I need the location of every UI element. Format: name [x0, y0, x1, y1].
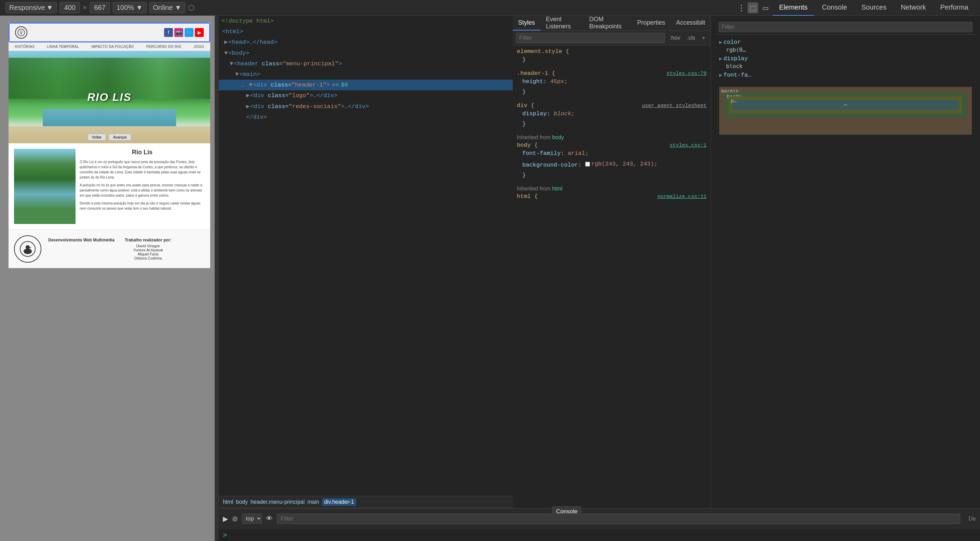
- console-prompt-bar: >: [219, 529, 980, 541]
- topbar-right: ⋮ ⬚ ▭ Elements Console Sources Network P…: [732, 0, 980, 16]
- hero-title: RIO LIS: [87, 91, 132, 104]
- preview-scrollbar[interactable]: [215, 16, 219, 541]
- style-rule-body: body { styles.css:1 font-family: arial; …: [517, 142, 706, 181]
- device-icon[interactable]: ▭: [760, 2, 771, 13]
- tree-main[interactable]: ▼<main>: [219, 69, 513, 80]
- responsive-select[interactable]: Responsive ▼: [5, 2, 57, 13]
- tree-body[interactable]: ▼<body>: [219, 48, 513, 59]
- height-input[interactable]: [89, 2, 110, 13]
- style-selector-body: body {: [517, 142, 538, 148]
- computed-display-val: block: [719, 63, 972, 71]
- tab-elements[interactable]: Elements: [773, 0, 813, 16]
- top-selector[interactable]: top: [242, 514, 262, 523]
- box-model-filter-input[interactable]: [719, 22, 972, 32]
- style-source-header1[interactable]: styles.css:79: [667, 71, 706, 77]
- more-options-icon[interactable]: ⋮: [737, 3, 746, 13]
- console-tooltip: Console: [552, 506, 581, 517]
- facebook-icon[interactable]: f: [164, 28, 173, 37]
- console-tooltip-label: Console: [556, 508, 578, 515]
- content-text: Rio Lis O Rio Lis é um rio português que…: [80, 149, 205, 224]
- style-source-div-ua: user agent stylesheet: [642, 103, 706, 109]
- bottom-filter-input[interactable]: [277, 514, 960, 524]
- tree-head[interactable]: ▶<head>…</head>: [219, 37, 513, 48]
- html-tree-area: <!doctype html> <html> ▶<head>…</head> ▼…: [219, 16, 513, 508]
- youtube-icon[interactable]: ▶: [195, 28, 204, 37]
- tree-div-redes[interactable]: ▶<div class="redes-sociais">…</div>: [219, 101, 513, 112]
- style-selector-div: div {: [517, 102, 534, 109]
- breadcrumb-html[interactable]: html: [223, 499, 233, 505]
- styles-tab-event-listeners[interactable]: Event Listeners: [541, 16, 584, 30]
- site-hero: RIO LIS Voltar Avançar: [8, 51, 210, 143]
- tree-header[interactable]: ▼<header class="menu-principal">: [219, 59, 513, 69]
- styles-hov-btn[interactable]: :hov: [668, 34, 682, 42]
- tree-closing-div[interactable]: </div>: [219, 112, 513, 123]
- tree-div-header1[interactable]: … ▼<div class="header-1">==$0: [219, 80, 513, 90]
- rotate-icon[interactable]: ⬡: [188, 3, 194, 12]
- play-icon[interactable]: ▶: [223, 515, 228, 523]
- styles-tab-properties[interactable]: Properties: [632, 16, 671, 30]
- breadcrumb-main[interactable]: main: [307, 499, 319, 505]
- breadcrumb-div-header1[interactable]: div.header-1: [322, 498, 356, 506]
- cursor-icon[interactable]: ⬚: [748, 2, 758, 13]
- styles-cls-btn[interactable]: .cls: [685, 34, 697, 42]
- nav-historias[interactable]: HISTÓRIAS: [15, 45, 35, 49]
- svg-point-6: [25, 245, 30, 249]
- devtools-panel: <!doctype html> <html> ▶<head>…</head> ▼…: [219, 16, 980, 541]
- bm-border-box: borde p… ─: [725, 93, 966, 118]
- styles-content: element.style { } .header-1 { styles.css…: [513, 45, 711, 508]
- styles-tab-accessibility[interactable]: Accessibilt: [671, 16, 711, 30]
- twitter-icon[interactable]: 🐦: [185, 28, 194, 37]
- inherited-body-link[interactable]: body: [552, 134, 564, 140]
- styles-add-btn[interactable]: +: [700, 34, 707, 42]
- zoom-select[interactable]: 100% ▼: [113, 2, 146, 13]
- tab-performance[interactable]: Performa: [934, 0, 975, 16]
- voltar-button[interactable]: Voltar: [88, 134, 106, 140]
- width-input[interactable]: [59, 2, 80, 13]
- tree-html[interactable]: <html>: [219, 26, 513, 37]
- online-select[interactable]: Online ▼: [150, 2, 185, 13]
- bm-content-box: ─: [732, 100, 959, 110]
- styles-tab-styles[interactable]: Styles: [513, 16, 541, 30]
- breadcrumb-header[interactable]: header.menu-principal: [251, 499, 305, 505]
- tab-sources[interactable]: Sources: [855, 0, 892, 16]
- bottom-bar-container: Console ▶ ⊘ top 👁 De >: [219, 508, 980, 541]
- footer-logo: [14, 235, 41, 263]
- tab-network[interactable]: Network: [894, 0, 932, 16]
- computed-color[interactable]: ▶ color: [719, 38, 972, 46]
- styles-tab-dom-breakpoints[interactable]: DOM Breakpoints: [584, 16, 632, 30]
- block-icon[interactable]: ⊘: [232, 515, 238, 523]
- svg-point-5: [24, 249, 32, 254]
- nav-percurso[interactable]: PERCURSO DO RIO: [146, 45, 181, 49]
- social-icons: f 📷 🐦 ▶: [164, 28, 204, 37]
- color-swatch-body-bg[interactable]: [585, 162, 590, 166]
- box-model-panel: ▶ color rgb(0… ▶ display block ▶: [711, 16, 980, 508]
- breadcrumb-body[interactable]: body: [236, 499, 248, 505]
- computed-fontfa[interactable]: ▶ font-fa…: [719, 71, 972, 79]
- tree-div-logo[interactable]: ▶<div class="logo">…</div>: [219, 90, 513, 101]
- html-tree-scroll[interactable]: <!doctype html> <html> ▶<head>…</head> ▼…: [219, 16, 513, 496]
- eye-icon[interactable]: 👁: [266, 515, 273, 522]
- style-source-body[interactable]: styles.css:1: [670, 143, 706, 148]
- footer-work-label: Trabalho realizador por:: [125, 238, 172, 243]
- para-2: A poluição no rio lis que antes era usad…: [80, 183, 205, 198]
- site-content: Rio Lis O Rio Lis é um rio português que…: [8, 143, 210, 230]
- styles-tabs: Styles Event Listeners DOM Breakpoints P…: [513, 16, 711, 31]
- site-nav: HISTÓRIAS LINHA TEMPORAL IMPACTO DA POLU…: [8, 42, 210, 51]
- nav-linha-temporal[interactable]: LINHA TEMPORAL: [47, 45, 79, 49]
- style-rule-header1: .header-1 { styles.css:79 height: 45px; …: [517, 70, 706, 97]
- nav-jogo[interactable]: JOGO: [194, 45, 204, 49]
- computed-display[interactable]: ▶ display: [719, 54, 972, 63]
- avancar-button[interactable]: Avançar: [109, 134, 131, 140]
- nav-impacto[interactable]: IMPACTO DA POLUIÇÃO: [91, 45, 134, 49]
- instagram-icon[interactable]: 📷: [174, 28, 183, 37]
- tab-console[interactable]: Console: [816, 0, 853, 16]
- bottom-bar: ▶ ⊘ top 👁 De: [219, 508, 980, 529]
- tree-doctype[interactable]: <!doctype html>: [219, 16, 513, 26]
- hero-buttons: Voltar Avançar: [88, 134, 131, 140]
- console-input[interactable]: [230, 532, 976, 538]
- website-preview: f 📷 🐦 ▶ HISTÓRIAS LINHA TEMPORAL IMPACTO…: [8, 22, 210, 268]
- styles-filter-input[interactable]: [516, 33, 665, 43]
- style-source-html[interactable]: normalize.css:11: [657, 194, 706, 200]
- inherited-html-link[interactable]: html: [552, 186, 562, 192]
- online-label: Online: [153, 4, 173, 11]
